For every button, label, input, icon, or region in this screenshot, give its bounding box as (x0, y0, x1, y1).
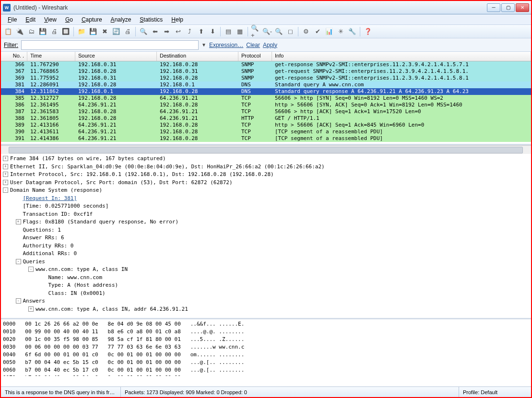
menu-statistics[interactable]: Statistics (136, 15, 166, 24)
bytes-line[interactable]: 0000 00 1c 26 26 66 a2 00 0e 8e 04 d0 9e… (3, 320, 529, 328)
expand-icon[interactable]: + (16, 219, 21, 224)
tree-line[interactable]: Type: A (Host address) (3, 281, 529, 290)
toolbar-button-3-0[interactable]: ▤ (223, 26, 234, 37)
col-time[interactable]: Time (27, 52, 75, 61)
toolbar-button-4-3[interactable]: ◻ (285, 26, 296, 37)
filter-clear-link[interactable]: Clear (246, 42, 260, 48)
tree-line[interactable]: +www.cnn.com: type A, class IN, addr 64.… (3, 305, 529, 314)
toolbar-button-1-1[interactable]: 💾 (88, 26, 98, 37)
tree-line[interactable]: -Queries (3, 258, 529, 266)
tree-line[interactable]: Authority RRs: 0 (3, 242, 529, 250)
packet-row[interactable]: 38112.286091192.168.0.28192.168.0.1DNSSt… (1, 82, 531, 88)
tree-line[interactable]: -www.cnn.com: type A, class IN (3, 266, 529, 274)
toolbar-button-2-1[interactable]: ⬅ (150, 26, 160, 37)
packet-row[interactable]: 38512.312727192.168.0.2864.236.91.21TCP5… (1, 95, 531, 102)
toolbar-button-1-2[interactable]: ✖ (99, 26, 110, 37)
toolbar-button-0-4[interactable]: 🖨 (49, 26, 59, 37)
filter-apply-link[interactable]: Apply (263, 42, 277, 48)
filter-expression-link[interactable]: Expression… (209, 42, 243, 48)
expand-icon[interactable]: - (3, 187, 8, 193)
expand-icon[interactable]: - (16, 298, 21, 304)
menu-capture[interactable]: Capture (78, 15, 106, 24)
toolbar-button-5-2[interactable]: 📊 (324, 26, 334, 37)
toolbar-button-0-0[interactable]: 📋 (3, 26, 13, 37)
packet-row[interactable]: 38712.361583192.168.0.2864.236.91.21TCP5… (1, 108, 531, 115)
bytes-line[interactable]: 0020 00 1c 00 35 f5 98 00 85 98 5a cf 1f… (3, 336, 529, 343)
toolbar-button-0-3[interactable]: 💾 (37, 26, 48, 37)
toolbar-button-2-5[interactable]: ⬆ (196, 26, 206, 37)
toolbar-button-5-0[interactable]: ⚙ (301, 26, 311, 37)
packet-details-pane[interactable]: +Frame 384 (167 bytes on wire, 167 bytes… (1, 154, 531, 319)
packet-list-hscroll[interactable] (1, 145, 531, 154)
bytes-line[interactable]: 0070 b7 00 04 40 ec 10 14 c0 0c 00 01 00… (3, 374, 529, 376)
menu-view[interactable]: View (40, 15, 60, 24)
packet-bytes-pane[interactable]: 0000 00 1c 26 26 66 a2 00 0e 8e 04 d0 9e… (1, 319, 531, 376)
toolbar-button-1-4[interactable]: 🖨 (122, 26, 133, 37)
toolbar-button-0-1[interactable]: 🔌 (14, 26, 25, 37)
toolbar-button-4-2[interactable]: 🔍 (273, 26, 284, 37)
packet-row[interactable]: 38812.361805192.168.0.2864.236.91.21HTTP… (1, 115, 531, 122)
tree-line[interactable]: -Answers (3, 297, 529, 305)
maximize-button[interactable]: ▢ (501, 3, 515, 12)
menu-file[interactable]: File (4, 15, 21, 24)
close-button[interactable]: ✕ (516, 3, 529, 12)
tree-line[interactable]: Additional RRs: 0 (3, 250, 529, 258)
bytes-line[interactable]: 0030 00 06 00 00 00 00 03 77 77 77 03 63… (3, 343, 529, 351)
tree-line[interactable]: [Time: 0.025771000 seconds] (3, 202, 529, 211)
expand-icon[interactable]: - (16, 259, 21, 264)
toolbar-button-1-0[interactable]: 📁 (76, 26, 87, 37)
tree-line[interactable]: -Domain Name System (response) (3, 187, 529, 195)
bytes-line[interactable]: 0040 6f 6d 00 00 01 00 01 c0 0c 00 01 00… (3, 351, 529, 359)
bytes-line[interactable]: 0060 b7 00 04 40 ec 5b 17 c0 0c 00 01 00… (3, 366, 529, 374)
tree-line[interactable]: Questions: 1 (3, 226, 529, 234)
expand-icon[interactable]: + (3, 172, 8, 177)
packet-list-body[interactable]: 36611.767290192.168.0.31192.168.0.28SNMP… (1, 61, 531, 144)
expand-icon[interactable]: + (3, 180, 8, 185)
menu-go[interactable]: Go (61, 15, 77, 24)
packet-row[interactable]: 39112.41438664.236.91.21192.168.0.28TCP[… (1, 135, 531, 142)
toolbar-button-2-6[interactable]: ⬇ (207, 26, 218, 37)
col-info[interactable]: Info (272, 52, 531, 61)
packet-row[interactable]: 36911.775952192.168.0.31192.168.0.28SNMP… (1, 75, 531, 82)
tree-line[interactable]: [Request In: 381] (3, 195, 529, 203)
expand-icon[interactable]: - (28, 267, 34, 272)
toolbar-button-0-5[interactable]: 🔲 (60, 26, 71, 37)
expand-icon[interactable]: + (3, 164, 8, 169)
col-destination[interactable]: Destination (157, 52, 238, 61)
toolbar-button-5-4[interactable]: 🔧 (347, 26, 357, 37)
toolbar-button-6-0[interactable]: ❓ (363, 26, 373, 37)
expand-icon[interactable]: + (3, 156, 8, 161)
toolbar-button-3-1[interactable]: ▦ (235, 26, 245, 37)
filter-dropdown-icon[interactable]: ▼ (201, 42, 206, 47)
minimize-button[interactable]: ─ (487, 3, 500, 12)
toolbar-button-1-3[interactable]: 🔄 (111, 26, 121, 37)
toolbar-button-0-2[interactable]: 🗂 (26, 26, 36, 37)
toolbar-button-2-2[interactable]: ➡ (161, 26, 172, 37)
toolbar-button-2-0[interactable]: 🔍 (138, 26, 149, 37)
request-link[interactable]: [Request In: 381] (23, 195, 77, 201)
col-no[interactable]: No. . (1, 52, 27, 61)
packet-row[interactable]: 38612.36149564.236.91.21192.168.0.28TCPh… (1, 102, 531, 108)
packet-row[interactable]: 39012.41361164.236.91.21192.168.0.28TCP[… (1, 129, 531, 135)
tree-line[interactable]: Answer RRs: 6 (3, 234, 529, 242)
packet-row[interactable]: 38912.41316664.236.91.21192.168.0.28TCPh… (1, 122, 531, 129)
menu-edit[interactable]: Edit (22, 15, 39, 24)
col-protocol[interactable]: Protocol (238, 52, 272, 61)
tree-line[interactable]: +Flags: 0x8180 (Standard query response,… (3, 218, 529, 226)
bytes-line[interactable]: 0010 00 99 00 00 40 00 40 11 b8 e6 c0 a8… (3, 328, 529, 336)
tree-line[interactable]: Name: www.cnn.com (3, 274, 529, 282)
tree-line[interactable]: Class: IN (0x0001) (3, 290, 529, 298)
tree-line[interactable]: +Internet Protocol, Src: 192.168.0.1 (19… (3, 171, 529, 179)
packet-row[interactable]: 36711.768865192.168.0.28192.168.0.31SNMP… (1, 68, 531, 75)
packet-row[interactable]: 36611.767290192.168.0.31192.168.0.28SNMP… (1, 61, 531, 68)
toolbar-button-2-3[interactable]: ↩ (173, 26, 183, 37)
bytes-line[interactable]: 0050 b7 00 04 40 ec 5b 15 c0 0c 00 01 00… (3, 359, 529, 366)
menu-help[interactable]: Help (167, 15, 187, 24)
tree-line[interactable]: +Ethernet II, Src: Sparklan_04:d0:9e (00… (3, 163, 529, 171)
tree-line[interactable]: +User Datagram Protocol, Src Port: domai… (3, 179, 529, 187)
expand-icon[interactable]: + (28, 306, 34, 312)
menu-analyze[interactable]: Analyze (107, 15, 135, 24)
toolbar-button-5-1[interactable]: ✔ (312, 26, 323, 37)
toolbar-button-4-1[interactable]: 🔍- (262, 26, 272, 37)
col-source[interactable]: Source (75, 52, 157, 61)
